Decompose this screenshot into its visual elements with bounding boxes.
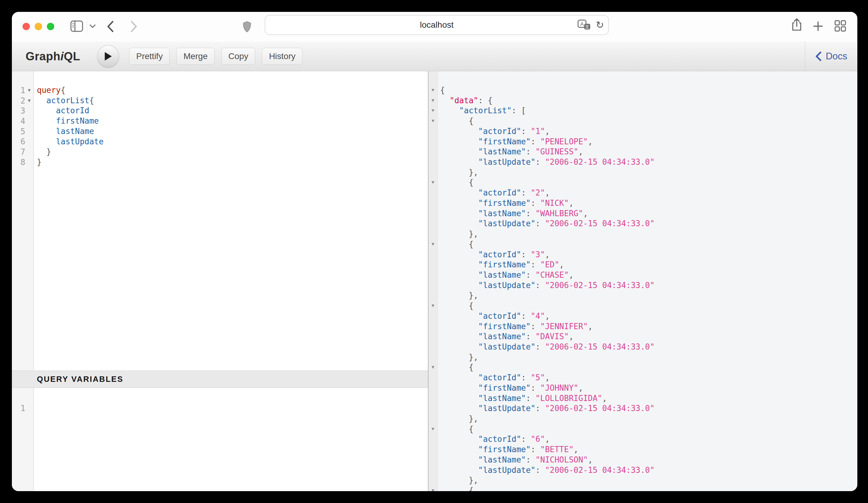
new-tab-button[interactable]	[813, 21, 823, 31]
response-line: "firstName": "BETTE",	[440, 444, 857, 455]
gutter-row: 3	[12, 106, 33, 116]
fold-row-empty	[428, 209, 437, 219]
fold-arrow-icon[interactable]: ▾	[428, 106, 437, 116]
response-line: "actorId": "3",	[440, 250, 857, 260]
docs-toggle[interactable]: Docs	[805, 42, 857, 71]
fold-arrow-icon[interactable]: ▾	[428, 96, 437, 106]
gutter-row: 6	[12, 137, 33, 147]
privacy-report-button[interactable]	[243, 21, 251, 33]
response-line: "data": {	[440, 96, 857, 106]
query-variables-title: QUERY VARIABLES	[37, 375, 123, 384]
graphiql-toolbar: GraphiQL Prettify Merge Copy History Doc…	[12, 42, 857, 71]
fold-arrow-icon[interactable]: ▾	[428, 424, 437, 434]
prettify-button[interactable]: Prettify	[129, 48, 170, 65]
line-number: 5	[12, 127, 25, 136]
tab-overview-button[interactable]	[834, 20, 846, 32]
history-button[interactable]: History	[262, 48, 302, 65]
fold-row-empty	[428, 167, 437, 178]
query-editor-code[interactable]: query{ actorList{ actorId firstName last…	[34, 71, 428, 370]
zoom-window-button[interactable]	[47, 23, 54, 30]
fold-arrow-icon[interactable]: ▾	[428, 239, 437, 250]
response-line: "actorId": "6",	[440, 434, 857, 444]
sidebar-menu-chevron[interactable]	[89, 24, 96, 28]
response-line: },	[440, 291, 857, 301]
response-line: "lastUpdate": "2006-02-15 04:34:33.0"	[440, 465, 857, 475]
line-number: 7	[12, 147, 25, 157]
url-text: localhost	[420, 20, 454, 30]
code-line: lastUpdate	[37, 137, 428, 147]
fold-row-empty	[428, 394, 437, 404]
line-number: 6	[12, 137, 25, 146]
query-variables-header[interactable]: QUERY VARIABLES	[12, 370, 428, 388]
fold-row-empty	[428, 260, 437, 270]
new-tab-icon	[813, 21, 823, 31]
fold-row-empty	[428, 434, 437, 444]
response-line: "lastName": "GUINESS",	[440, 147, 857, 157]
translate-icon[interactable]: A 文	[577, 20, 591, 30]
toolbar-divider	[87, 21, 87, 33]
play-icon	[104, 52, 112, 61]
fold-row-empty	[428, 137, 437, 147]
merge-button[interactable]: Merge	[176, 48, 214, 65]
graphiql-logo: GraphiQL	[25, 50, 80, 63]
line-number: 3	[12, 106, 25, 115]
close-window-button[interactable]	[22, 23, 30, 30]
fold-row-empty	[428, 352, 437, 363]
forward-button[interactable]	[130, 20, 138, 33]
fold-arrow-icon[interactable]: ▾	[428, 178, 437, 188]
fold-arrow-icon[interactable]: ▾	[428, 362, 437, 373]
fold-arrow-icon[interactable]: ▾	[428, 301, 437, 311]
fold-row-empty	[428, 311, 437, 322]
response-line: "lastUpdate": "2006-02-15 04:34:33.0"	[440, 404, 857, 414]
code-line: actorList{	[37, 96, 428, 106]
fold-arrow-icon[interactable]: ▾	[25, 96, 33, 106]
query-editor[interactable]: 1▾2▾345678 query{ actorList{ actorId fir…	[12, 71, 428, 370]
share-button[interactable]	[792, 18, 802, 31]
copy-button[interactable]: Copy	[221, 48, 255, 65]
variables-editor-content[interactable]	[34, 388, 428, 491]
svg-text:文: 文	[585, 24, 589, 29]
response-line: },	[440, 414, 857, 424]
response-line: "actorList": [	[440, 106, 857, 116]
execute-query-button[interactable]	[97, 45, 119, 67]
fold-row-empty	[428, 250, 437, 260]
fold-arrow-icon[interactable]: ▾	[25, 85, 33, 96]
response-line: {	[440, 301, 857, 311]
code-line: lastName	[37, 126, 428, 137]
code-line: actorId	[37, 106, 428, 116]
reload-icon[interactable]: ↻	[596, 19, 604, 31]
chevron-left-icon	[815, 51, 822, 61]
response-line: "firstName": "PENELOPE",	[440, 137, 857, 147]
fold-row-empty	[428, 219, 437, 229]
response-line: "actorId": "5",	[440, 373, 857, 383]
variables-editor[interactable]: 1	[12, 388, 428, 491]
screen-background: localhost A 文 ↻	[0, 0, 868, 503]
result-json: { "data": { "actorList": [ { "actorId": …	[438, 71, 857, 491]
shield-icon	[243, 21, 251, 33]
fold-arrow-icon[interactable]: ▾	[428, 85, 437, 96]
gutter-row: 5	[12, 126, 33, 137]
line-number: 2	[12, 96, 25, 105]
response-line: "actorId": "1",	[440, 126, 857, 137]
fold-arrow-icon[interactable]: ▾	[428, 116, 437, 126]
code-line: firstName	[37, 116, 428, 126]
address-bar[interactable]: localhost A 文 ↻	[265, 15, 609, 35]
gutter-row: 7	[12, 147, 33, 157]
response-line: {	[440, 85, 857, 96]
response-line: "lastName": "CHASE",	[440, 270, 857, 281]
sidebar-toggle-button[interactable]	[70, 20, 83, 32]
response-line: },	[440, 352, 857, 363]
query-editor-gutter: 1▾2▾345678	[12, 71, 34, 370]
toolbar-button-group: Prettify Merge Copy History	[129, 48, 302, 65]
back-button[interactable]	[106, 20, 114, 33]
minimize-window-button[interactable]	[35, 23, 42, 30]
fold-row-empty	[428, 322, 437, 332]
fold-arrow-icon[interactable]: ▾	[428, 486, 437, 491]
response-line: {	[440, 362, 857, 373]
fold-row-empty	[428, 147, 437, 157]
response-line: },	[440, 475, 857, 486]
response-line: "lastUpdate": "2006-02-15 04:34:33.0"	[440, 219, 857, 229]
response-line: "lastUpdate": "2006-02-15 04:34:33.0"	[440, 342, 857, 352]
window-controls	[22, 23, 54, 30]
fold-row-empty	[428, 444, 437, 455]
